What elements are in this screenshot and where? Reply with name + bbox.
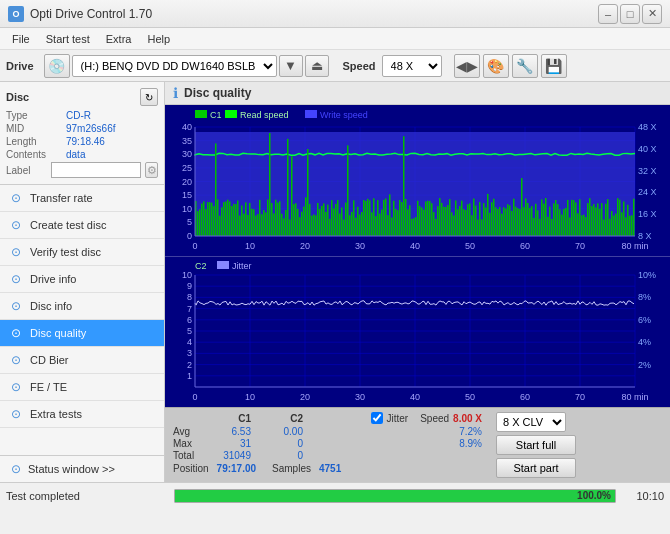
disc-quality-header-icon: ℹ (173, 85, 178, 101)
speed-stat-label: Speed (420, 413, 449, 424)
jitter-max: 8.9% (438, 438, 482, 449)
sidebar-item-extra-tests[interactable]: ⊙ Extra tests (0, 401, 164, 428)
drive-dropdown-btn[interactable]: ▼ (279, 55, 303, 77)
status-window-label: Status window >> (28, 463, 115, 475)
sidebar-item-label-disc-info: Disc info (30, 300, 72, 312)
disc-panel: Disc ↻ Type CD-R MID 97m26s66f Length 79… (0, 82, 164, 185)
col-c2: C2 (259, 413, 303, 424)
sidebar-item-label-fe-te: FE / TE (30, 381, 67, 393)
c1-max: 31 (207, 438, 251, 449)
chart1-canvas (165, 105, 670, 256)
toolbar-btn-2[interactable]: 🎨 (483, 54, 509, 78)
total-row: Total 31049 0 (173, 450, 482, 461)
sidebar-item-drive-info[interactable]: ⊙ Drive info (0, 266, 164, 293)
drive-select[interactable]: (H:) BENQ DVD DD DW1640 BSLB (72, 55, 277, 77)
c2-total: 0 (259, 450, 303, 461)
start-part-button[interactable]: Start part (496, 458, 576, 478)
toolbar-btn-3[interactable]: 🔧 (512, 54, 538, 78)
menu-extra[interactable]: Extra (98, 31, 140, 47)
jitter-label: Jitter (386, 413, 408, 424)
content-area: ℹ Disc quality C1 C2 (165, 82, 670, 482)
disc-info-icon: ⊙ (8, 298, 24, 314)
disc-mid-label: MID (6, 123, 66, 134)
samples-value: 4751 (319, 463, 341, 474)
disc-refresh-icon[interactable]: ↻ (140, 88, 158, 106)
sidebar-item-label-disc-quality: Disc quality (30, 327, 86, 339)
sidebar-menu: ⊙ Transfer rate ⊙ Create test disc ⊙ Ver… (0, 185, 164, 428)
minimize-button[interactable]: – (598, 4, 618, 24)
speed-clv-select[interactable]: 8 X CLV (496, 412, 566, 432)
charts-container (165, 105, 670, 407)
sidebar-item-verify-test-disc[interactable]: ⊙ Verify test disc (0, 239, 164, 266)
title-bar-buttons: – □ ✕ (598, 4, 662, 24)
chart2 (165, 257, 670, 407)
c1-total: 31049 (207, 450, 251, 461)
col-c1: C1 (207, 413, 251, 424)
sidebar-item-label-create-test: Create test disc (30, 219, 106, 231)
stats-right: 8 X CLV Start full Start part (490, 408, 670, 482)
disc-mid-row: MID 97m26s66f (6, 123, 158, 134)
chart2-canvas (165, 257, 670, 407)
disc-label-label: Label (6, 165, 47, 176)
sidebar-item-disc-info[interactable]: ⊙ Disc info (0, 293, 164, 320)
status-bar: Test completed 100.0% 10:10 (0, 482, 670, 508)
app-title: Opti Drive Control 1.70 (30, 7, 152, 21)
drive-eject-btn[interactable]: ⏏ (305, 55, 329, 77)
start-full-button[interactable]: Start full (496, 435, 576, 455)
position-value: 79:17.00 (217, 463, 256, 474)
avg-label: Avg (173, 426, 207, 437)
maximize-button[interactable]: □ (620, 4, 640, 24)
drive-icon[interactable]: 💿 (44, 54, 70, 78)
cd-bier-icon: ⊙ (8, 352, 24, 368)
sidebar-item-transfer-rate[interactable]: ⊙ Transfer rate (0, 185, 164, 212)
disc-label-icon[interactable]: ⚙ (145, 162, 158, 178)
max-row: Max 31 0 8.9% (173, 438, 482, 449)
drive-info-icon: ⊙ (8, 271, 24, 287)
toolbar-icons: ◀▶ 🎨 🔧 💾 (454, 54, 567, 78)
sidebar-item-create-test-disc[interactable]: ⊙ Create test disc (0, 212, 164, 239)
disc-type-value: CD-R (66, 110, 91, 121)
disc-label-input[interactable] (51, 162, 141, 178)
disc-contents-label: Contents (6, 149, 66, 160)
avg-row: Avg 6.53 0.00 7.2% (173, 426, 482, 437)
toolbar-btn-4[interactable]: 💾 (541, 54, 567, 78)
drive-bar: Drive 💿 (H:) BENQ DVD DD DW1640 BSLB ▼ ⏏… (0, 50, 670, 82)
chart1 (165, 105, 670, 257)
speed-select[interactable]: 48 X (382, 55, 442, 77)
sidebar-item-fe-te[interactable]: ⊙ FE / TE (0, 374, 164, 401)
drive-select-wrapper: 💿 (H:) BENQ DVD DD DW1640 BSLB ▼ ⏏ (44, 54, 329, 78)
disc-panel-title: Disc (6, 91, 29, 103)
sidebar-item-cd-bier[interactable]: ⊙ CD Bier (0, 347, 164, 374)
fe-te-icon: ⊙ (8, 379, 24, 395)
menu-file[interactable]: File (4, 31, 38, 47)
disc-type-label: Type (6, 110, 66, 121)
disc-quality-header: ℹ Disc quality (165, 82, 670, 105)
progress-text: 100.0% (577, 490, 611, 502)
main-layout: Disc ↻ Type CD-R MID 97m26s66f Length 79… (0, 82, 670, 482)
transfer-rate-icon: ⊙ (8, 190, 24, 206)
close-button[interactable]: ✕ (642, 4, 662, 24)
c2-max: 0 (259, 438, 303, 449)
disc-length-value: 79:18.46 (66, 136, 105, 147)
sidebar-item-label-drive-info: Drive info (30, 273, 76, 285)
status-window-button[interactable]: ⊙ Status window >> (0, 455, 164, 482)
toolbar-btn-1[interactable]: ◀▶ (454, 54, 480, 78)
samples-label: Samples (272, 463, 311, 474)
menu-help[interactable]: Help (139, 31, 178, 47)
progress-bar-container: 100.0% (174, 489, 616, 503)
disc-mid-value: 97m26s66f (66, 123, 115, 134)
jitter-avg: 7.2% (438, 426, 482, 437)
sidebar-item-disc-quality[interactable]: ⊙ Disc quality (0, 320, 164, 347)
status-window-icon: ⊙ (8, 461, 24, 477)
status-text: Test completed (6, 490, 166, 502)
menu-bar: File Start test Extra Help (0, 28, 670, 50)
sidebar-item-label-transfer-rate: Transfer rate (30, 192, 93, 204)
menu-start-test[interactable]: Start test (38, 31, 98, 47)
disc-contents-value: data (66, 149, 85, 160)
disc-type-row: Type CD-R (6, 110, 158, 121)
app-icon: O (8, 6, 24, 22)
sidebar-item-label-extra-tests: Extra tests (30, 408, 82, 420)
extra-tests-icon: ⊙ (8, 406, 24, 422)
jitter-check-wrapper: Jitter (371, 412, 408, 424)
jitter-checkbox[interactable] (371, 412, 383, 424)
